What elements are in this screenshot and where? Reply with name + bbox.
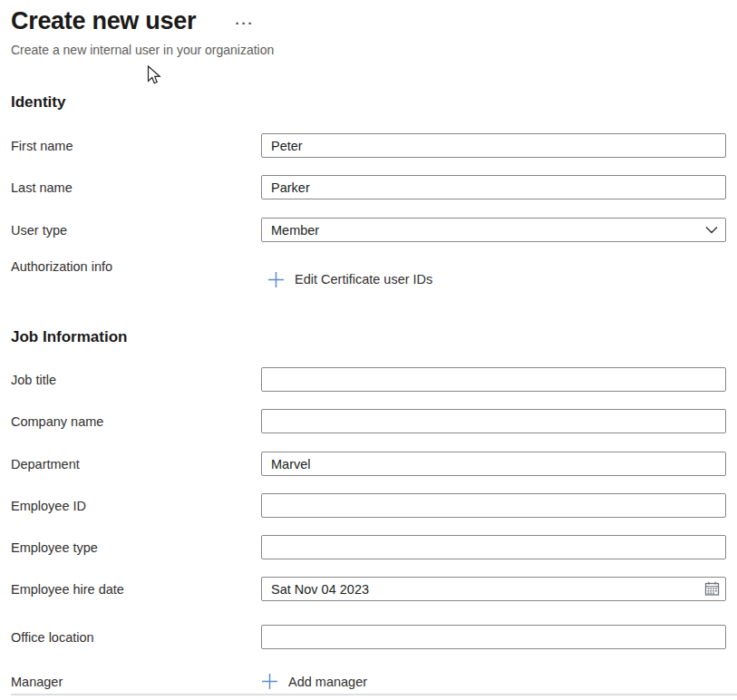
calendar-icon[interactable] bbox=[703, 580, 721, 598]
company-name-label: Company name bbox=[11, 414, 261, 429]
authorization-info-label: Authorization info bbox=[11, 259, 261, 274]
department-input[interactable] bbox=[261, 452, 726, 476]
user-type-selected-value: Member bbox=[271, 223, 319, 238]
mouse-cursor bbox=[147, 65, 161, 86]
employee-hire-date-input[interactable] bbox=[261, 577, 726, 601]
company-name-input[interactable] bbox=[261, 409, 726, 433]
office-location-input[interactable] bbox=[261, 625, 726, 649]
user-type-dropdown[interactable]: Member bbox=[261, 218, 726, 242]
office-location-row: Office location bbox=[11, 625, 726, 649]
page-subtitle: Create a new internal user in your organ… bbox=[11, 43, 274, 57]
manager-label: Manager bbox=[11, 675, 261, 689]
job-title-row: Job title bbox=[11, 367, 726, 392]
job-title-label: Job title bbox=[11, 373, 261, 387]
more-options-button[interactable]: ··· bbox=[230, 13, 259, 33]
department-label: Department bbox=[11, 457, 261, 472]
last-name-label: Last name bbox=[11, 180, 261, 195]
last-name-row: Last name bbox=[11, 175, 726, 199]
first-name-label: First name bbox=[11, 139, 261, 153]
employee-id-input[interactable] bbox=[261, 493, 726, 518]
employee-type-input[interactable] bbox=[261, 535, 726, 559]
office-location-label: Office location bbox=[11, 630, 261, 645]
add-manager-button[interactable]: Add manager bbox=[261, 673, 367, 690]
employee-hire-date-label: Employee hire date bbox=[11, 582, 261, 597]
department-row: Department bbox=[11, 452, 726, 476]
last-name-input[interactable] bbox=[261, 175, 726, 199]
bottom-divider bbox=[11, 694, 737, 695]
manager-row: Manager Add manager bbox=[11, 669, 726, 694]
plus-icon bbox=[261, 673, 278, 690]
job-information-section-heading: Job Information bbox=[11, 328, 127, 346]
edit-certificate-user-ids-button[interactable]: Edit Certificate user IDs bbox=[267, 267, 432, 291]
edit-certificate-user-ids-label: Edit Certificate user IDs bbox=[295, 272, 432, 287]
employee-id-row: Employee ID bbox=[11, 493, 726, 518]
employee-id-label: Employee ID bbox=[11, 499, 261, 513]
employee-type-row: Employee type bbox=[11, 535, 726, 559]
user-type-row: User type Member bbox=[11, 218, 726, 242]
employee-hire-date-row: Employee hire date bbox=[11, 577, 726, 601]
first-name-input[interactable] bbox=[261, 133, 726, 158]
job-title-input[interactable] bbox=[261, 367, 726, 392]
employee-type-label: Employee type bbox=[11, 540, 261, 555]
first-name-row: First name bbox=[11, 133, 726, 158]
company-name-row: Company name bbox=[11, 409, 726, 433]
user-type-label: User type bbox=[11, 223, 261, 238]
add-manager-label: Add manager bbox=[288, 675, 367, 689]
identity-section-heading: Identity bbox=[11, 93, 65, 112]
page-title: Create new user bbox=[11, 7, 196, 35]
plus-icon bbox=[267, 271, 285, 288]
chevron-down-icon bbox=[705, 226, 718, 234]
